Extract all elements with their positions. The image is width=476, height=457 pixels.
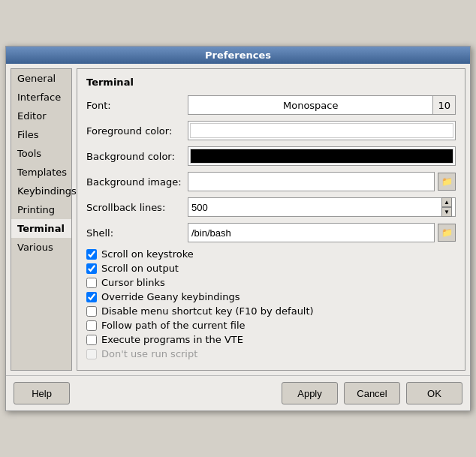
scrollback-label: Scrollback lines:	[86, 202, 188, 213]
dialog-body: GeneralInterfaceEditorFilesToolsTemplate…	[6, 64, 470, 375]
sidebar-item-keybindings[interactable]: Keybindings	[11, 182, 71, 200]
fg-color-swatch	[190, 123, 453, 138]
checkbox-label-5: Follow path of the current file	[101, 320, 246, 331]
sidebar-item-files[interactable]: Files	[11, 125, 71, 144]
checkbox-row-0: Scroll on keystroke	[86, 248, 456, 260]
bg-color-label: Background color:	[86, 151, 188, 162]
checkbox-2[interactable]	[86, 278, 97, 288]
bg-image-control: 📁	[188, 172, 456, 191]
sidebar-item-editor[interactable]: Editor	[11, 107, 71, 125]
preferences-dialog: Preferences GeneralInterfaceEditorFilesT…	[5, 46, 471, 411]
section-title: Terminal	[86, 77, 456, 88]
bg-image-label: Background image:	[86, 176, 188, 188]
fg-color-field[interactable]	[188, 121, 456, 140]
checkbox-0[interactable]	[86, 249, 97, 260]
fg-color-label: Foreground color:	[86, 125, 188, 137]
content-panel: Terminal Font: Monospace 10 Foreground c…	[77, 68, 465, 371]
checkbox-row-4: Disable menu shortcut key (F10 by defaul…	[86, 305, 456, 317]
checkbox-1[interactable]	[86, 263, 97, 274]
bg-color-swatch	[190, 149, 453, 164]
checkbox-label-7: Don't use run script	[101, 348, 197, 359]
font-row: Font: Monospace 10	[86, 95, 456, 115]
footer-left: Help	[14, 382, 276, 404]
checkbox-row-3: Override Geany keybindings	[86, 291, 456, 302]
ok-button[interactable]: OK	[406, 382, 462, 404]
help-button[interactable]: Help	[14, 382, 70, 404]
font-name-value: Monospace	[188, 100, 432, 111]
shell-row: Shell: 📁	[86, 223, 456, 242]
checkbox-3[interactable]	[86, 292, 97, 302]
checkbox-4[interactable]	[86, 306, 97, 317]
dialog-title: Preferences	[205, 50, 271, 61]
sidebar-item-various[interactable]: Various	[11, 238, 71, 257]
bg-color-row: Background color:	[86, 146, 456, 166]
checkbox-label-0: Scroll on keystroke	[101, 248, 194, 260]
fg-color-row: Foreground color:	[86, 121, 456, 140]
checkbox-label-1: Scroll on output	[101, 263, 179, 274]
shell-browse-button[interactable]: 📁	[438, 224, 456, 242]
scrollback-down-button[interactable]: ▼	[441, 207, 452, 217]
checkbox-label-3: Override Geany keybindings	[101, 291, 240, 302]
checkbox-7	[86, 349, 97, 359]
scrollback-input[interactable]	[191, 202, 440, 213]
checkbox-row-2: Cursor blinks	[86, 277, 456, 288]
checkbox-label-6: Execute programs in the VTE	[101, 334, 243, 345]
checkbox-label-4: Disable menu shortcut key (F10 by defaul…	[101, 305, 314, 317]
shell-control: 📁	[188, 223, 456, 242]
fg-color-control	[188, 121, 456, 140]
scrollback-row: Scrollback lines: ▲ ▼	[86, 197, 456, 217]
sidebar-item-printing[interactable]: Printing	[11, 200, 71, 219]
checkbox-5[interactable]	[86, 320, 97, 331]
sidebar-item-terminal[interactable]: Terminal	[11, 219, 71, 238]
checkbox-6[interactable]	[86, 335, 97, 345]
shell-field	[188, 223, 435, 242]
dialog-footer: Help Apply Cancel OK	[6, 375, 470, 410]
checkbox-row-5: Follow path of the current file	[86, 320, 456, 331]
bg-image-browse-button[interactable]: 📁	[438, 173, 456, 191]
sidebar-item-general[interactable]: General	[11, 69, 71, 88]
shell-label: Shell:	[86, 227, 188, 239]
font-label: Font:	[86, 100, 188, 111]
checkbox-label-2: Cursor blinks	[101, 277, 165, 288]
checkbox-row-6: Execute programs in the VTE	[86, 334, 456, 345]
checkbox-row-7: Don't use run script	[86, 348, 456, 359]
apply-button[interactable]: Apply	[282, 382, 338, 404]
sidebar: GeneralInterfaceEditorFilesToolsTemplate…	[11, 68, 72, 371]
cancel-button[interactable]: Cancel	[344, 382, 400, 404]
bg-color-field[interactable]	[188, 146, 456, 166]
scrollback-spinner: ▲ ▼	[441, 197, 452, 217]
bg-color-control	[188, 146, 456, 166]
font-control: Monospace 10	[188, 95, 456, 115]
font-size-value: 10	[432, 96, 455, 114]
checkbox-row-1: Scroll on output	[86, 263, 456, 274]
scrollback-up-button[interactable]: ▲	[441, 197, 452, 207]
sidebar-item-templates[interactable]: Templates	[11, 163, 71, 182]
shell-input[interactable]	[191, 227, 431, 239]
font-field[interactable]: Monospace 10	[188, 95, 456, 115]
sidebar-item-interface[interactable]: Interface	[11, 88, 71, 107]
sidebar-item-tools[interactable]: Tools	[11, 144, 71, 163]
bg-image-field[interactable]	[188, 172, 435, 191]
checkboxes-section: Scroll on keystrokeScroll on outputCurso…	[86, 248, 456, 359]
dialog-titlebar: Preferences	[6, 47, 470, 64]
bg-image-row: Background image: 📁	[86, 172, 456, 191]
scrollback-field: ▲ ▼	[188, 197, 456, 217]
scrollback-control: ▲ ▼	[188, 197, 456, 217]
